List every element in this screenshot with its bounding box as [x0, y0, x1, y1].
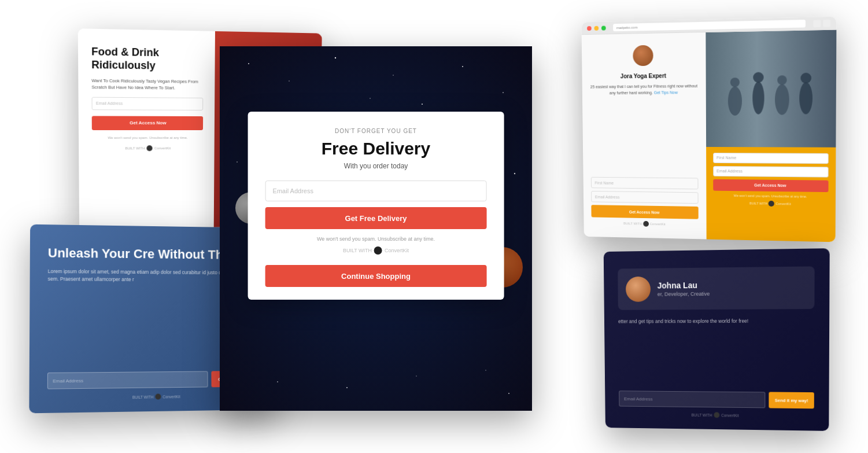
- food-email-placeholder: Email Address: [96, 101, 123, 105]
- yoga-firstname-placeholder: First Name: [595, 181, 614, 185]
- card-johna: Johna Lau er, Developer, Creative etter …: [604, 248, 830, 431]
- johna-input-row: Email Address Send it my way!: [619, 391, 814, 408]
- svg-point-3: [393, 75, 393, 75]
- svg-point-15: [346, 387, 348, 388]
- johna-ck-text: ConvertKit: [721, 413, 738, 417]
- johna-send-button[interactable]: Send it my way!: [769, 392, 814, 408]
- convertkit-logo-icon: [147, 145, 153, 151]
- yoga-built-with: BUILT WITH ConvertKit: [592, 220, 699, 227]
- yoga-form-spam: We won't send you spam. Unsubscribe at a…: [713, 194, 828, 199]
- svg-point-24: [777, 76, 786, 86]
- yoga-photo-bg: [706, 30, 836, 148]
- yoga-form-built: BUILT WITH ConvertKit: [713, 200, 828, 207]
- yoga-right-form: First Name Email Address Get Access Now …: [706, 147, 836, 242]
- yoga-photo: [706, 30, 836, 148]
- convertkit-logo-icon: [155, 393, 161, 399]
- mac-minimize-dot[interactable]: [594, 25, 599, 30]
- johna-email-placeholder: Email Address: [624, 396, 653, 402]
- scene: Food & Drink Ridiculously Want To Cook R…: [0, 0, 868, 453]
- url-text: madpeko.com: [616, 25, 638, 30]
- yoga-email-placeholder: Email Address: [595, 194, 620, 198]
- food-title: Food & Drink Ridiculously: [91, 46, 204, 73]
- yoga-form-ck: ConvertKit: [775, 202, 791, 205]
- unleash-built-label: BUILT WITH: [132, 395, 153, 399]
- svg-point-17: [508, 393, 509, 394]
- johna-content: Johna Lau er, Developer, Creative etter …: [604, 248, 830, 431]
- delivery-get-free-button[interactable]: Get Free Delivery: [265, 207, 487, 229]
- yoga-left-panel: Jora Yoga Expert 25 easiest way that I c…: [582, 32, 707, 239]
- yoga-built-label: BUILT WITH: [623, 222, 642, 225]
- johna-description: etter and get tips and tricks now to exp…: [618, 317, 814, 326]
- yoga-name: Jora Yoga Expert: [590, 72, 698, 80]
- delivery-ck-text: ConvertKit: [385, 248, 409, 253]
- convertkit-logo-icon: [643, 221, 649, 227]
- svg-point-21: [752, 82, 764, 115]
- johna-avatar: [626, 277, 651, 302]
- johna-profile-card: Johna Lau er, Developer, Creative: [618, 266, 814, 310]
- food-spam-text: We won't send you spam. Unsubscribe at a…: [92, 136, 203, 139]
- yoga-avatar: [633, 45, 653, 66]
- continue-shopping-button[interactable]: Continue Shopping: [265, 265, 487, 287]
- food-get-access-button[interactable]: Get Access Now: [92, 116, 203, 130]
- johna-role: er, Developer, Creative: [658, 291, 710, 297]
- svg-point-26: [800, 73, 811, 84]
- yoga-get-access-button[interactable]: Get Access Now: [591, 205, 698, 219]
- food-ck-text: ConvertKit: [154, 146, 171, 150]
- svg-point-23: [775, 84, 789, 115]
- johna-email-input[interactable]: Email Address: [619, 391, 765, 408]
- yoga-form-em-placeholder: Email Address: [716, 169, 743, 173]
- yoga-form-email[interactable]: Email Address: [713, 166, 829, 178]
- unleash-email-input[interactable]: Email Address: [47, 371, 208, 389]
- yoga-form-btn[interactable]: Get Access Now: [713, 179, 828, 192]
- yoga-people-silhouette: [712, 59, 830, 119]
- yoga-email-input[interactable]: Email Address: [591, 191, 699, 204]
- delivery-popup: DON'T FORGET YOU GET Free Delivery With …: [248, 112, 504, 300]
- yoga-form-firstname[interactable]: First Name: [713, 153, 829, 164]
- johna-built-with: BUILT WITH ConvertKit: [619, 411, 814, 419]
- yoga-form-fn-placeholder: First Name: [716, 156, 736, 160]
- yoga-tips-link[interactable]: Get Tips Now: [654, 90, 678, 94]
- yoga-form-built-label: BUILT WITH: [749, 201, 767, 205]
- svg-point-16: [485, 370, 486, 371]
- svg-point-22: [753, 72, 763, 83]
- mac-back-btn[interactable]: [814, 20, 821, 27]
- delivery-spam-text: We won't send you spam. Unsubscribe at a…: [265, 236, 487, 242]
- mac-forward-btn[interactable]: [823, 20, 830, 27]
- svg-point-0: [248, 63, 249, 64]
- food-email-input[interactable]: Email Address: [92, 97, 204, 110]
- unleash-ck-text: ConvertKit: [162, 395, 180, 399]
- food-built-label: BUILT WITH: [125, 146, 145, 150]
- unleash-email-placeholder: Email Address: [53, 378, 83, 384]
- mac-nav-buttons: [814, 20, 830, 27]
- delivery-built-with: BUILT WITH ConvertKit: [265, 246, 487, 255]
- svg-point-12: [370, 98, 371, 99]
- yoga-ck-text: ConvertKit: [650, 222, 666, 226]
- johna-name: Johna Lau: [658, 281, 710, 290]
- yoga-description: 25 easiest way that I can tell you for F…: [590, 83, 698, 96]
- convertkit-logo-icon: [769, 201, 774, 207]
- convertkit-logo-icon: [714, 412, 719, 418]
- convertkit-logo-icon: [374, 246, 382, 255]
- svg-point-20: [730, 78, 740, 87]
- svg-point-14: [277, 381, 278, 382]
- delivery-built-label: BUILT WITH: [343, 248, 372, 253]
- yoga-body: Jora Yoga Expert 25 easiest way that I c…: [581, 17, 836, 242]
- svg-point-4: [462, 66, 463, 67]
- delivery-title: Free Delivery: [265, 139, 487, 159]
- mac-url-bar[interactable]: madpeko.com: [613, 20, 806, 31]
- yoga-input-block: First Name Email Address Get Access Now …: [591, 177, 699, 228]
- johna-built-label: BUILT WITH: [692, 413, 712, 417]
- svg-point-19: [728, 87, 742, 116]
- delivery-subtitle: With you order today: [265, 162, 487, 170]
- mac-fullscreen-dot[interactable]: [601, 25, 606, 30]
- svg-point-10: [237, 161, 238, 163]
- svg-point-1: [289, 80, 290, 82]
- food-subtitle: Want To Cook Ridiculously Tasty Vegan Re…: [91, 78, 203, 92]
- yoga-desc-text: 25 easiest way that I can tell you for F…: [590, 84, 697, 95]
- mac-close-dot[interactable]: [587, 26, 592, 31]
- delivery-email-placeholder: Email Address: [273, 187, 313, 194]
- food-left-panel: Food & Drink Ridiculously Want To Cook R…: [78, 28, 215, 230]
- svg-point-5: [503, 92, 504, 93]
- yoga-firstname-input[interactable]: First Name: [591, 177, 699, 190]
- delivery-email-input[interactable]: Email Address: [265, 181, 487, 201]
